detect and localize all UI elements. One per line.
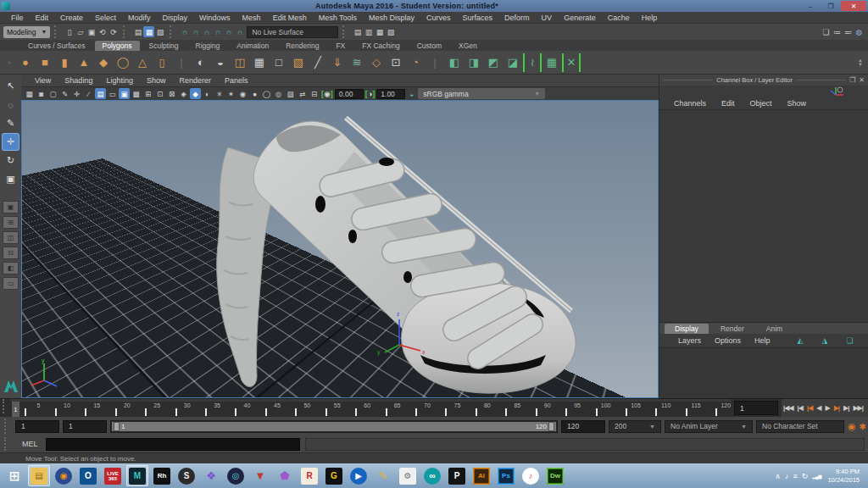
arduino-icon[interactable]: ∞ [421,465,443,486]
xray-icon[interactable]: ⇄ [297,88,308,99]
time-tick-17[interactable]: 90 [520,402,550,417]
menu-item-16[interactable]: Cache [602,14,636,22]
shelf-tab-1[interactable]: Polygons [95,41,140,51]
live-surface-field[interactable]: No Live Surface [247,26,338,38]
menu-item-14[interactable]: UV [536,14,559,22]
menu-item-12[interactable]: Surfaces [457,14,499,22]
time-slider-grip[interactable] [3,399,8,413]
shelf-separator-2[interactable]: | [426,53,444,72]
time-tick-7[interactable]: 40 [220,402,250,417]
time-tick-15[interactable]: 80 [460,402,490,417]
layout-two-pane-icon[interactable]: ⊟ [3,247,19,259]
panel-menu-0[interactable]: View [28,76,58,85]
field-chart-icon[interactable]: ⊞ [142,88,153,99]
uv-grid-icon[interactable]: ▦ [542,53,561,72]
smooth-icon[interactable]: ◧ [445,53,464,72]
purple-polyhedron-icon[interactable]: ⬟ [274,465,296,486]
bookmark-icon[interactable]: ▢ [47,88,58,99]
render-settings-icon[interactable]: ▧ [385,26,396,37]
status-grip[interactable] [54,25,59,38]
shelf-tab-6[interactable]: FX [328,41,353,51]
camera-attrs-icon[interactable]: ◙ [36,88,47,99]
status-grip-4[interactable] [342,25,348,38]
multisample-icon[interactable]: ◯ [261,88,272,99]
target-weld-icon[interactable]: ⇓ [328,53,347,72]
poly-cube-icon[interactable]: ■ [36,53,54,72]
uv-unfold-icon[interactable]: ≀ [523,53,542,72]
snap-curve-icon[interactable]: ∩ [190,26,201,37]
poly-cone-icon[interactable]: ▲ [75,53,93,72]
view-transform-dropdown[interactable]: sRGB gamma ▼ [418,88,545,99]
attribute-editor-icon[interactable]: ≔ [832,26,843,37]
open-scene-icon[interactable]: ▱ [75,26,86,37]
combine-icon[interactable]: ◫ [231,53,249,72]
maximize-button[interactable]: ❐ [821,1,841,11]
illustrator-icon[interactable]: Ai [470,465,492,486]
step-back-key-button[interactable]: |◀ [805,404,814,412]
range-start-handle[interactable] [114,422,120,431]
time-tick-23[interactable]: 120 [701,402,731,417]
status-grip-2[interactable] [123,25,128,38]
shelf-scroll-buttons[interactable]: ▲▼ [858,58,865,67]
menu-item-3[interactable]: Select [89,14,122,22]
menu-item-17[interactable]: Help [636,14,664,22]
time-tick-14[interactable]: 75 [431,402,460,417]
joints-xray-icon[interactable]: ⊟ [309,88,320,99]
new-layer-selected-icon[interactable]: ❖ [865,336,868,345]
dreamweaver-icon[interactable]: Dw [544,465,566,486]
time-slider-ticks[interactable]: 1 51015202530354045505560657075808590951… [10,399,731,417]
camera-select-icon[interactable]: ▦ [24,88,35,99]
snap-view-icon[interactable]: ∩ [223,26,234,37]
step-back-frame-button[interactable]: |◀ [796,404,804,412]
exposure-icon[interactable]: ◉ [320,90,334,98]
status-grip-3[interactable] [170,25,175,38]
extrude-icon[interactable]: ▧ [289,53,308,72]
puzzle-app-icon[interactable]: ⚙ [397,465,419,486]
layer-tab-2[interactable]: Anim [756,324,793,334]
shelf-tab-5[interactable]: Rendering [278,41,326,51]
time-tick-22[interactable]: 115 [670,402,700,417]
rotate-tool-icon[interactable]: ↻ [3,152,19,169]
shelf-separator[interactable]: | [172,53,191,72]
poly-cylinder-icon[interactable]: ▮ [55,53,74,72]
layer-menu-2[interactable]: Help [748,336,777,345]
spread-icon[interactable]: ≋ [348,53,366,72]
firefox-icon[interactable]: ◉ [53,465,75,486]
close-panel-icon[interactable]: ✕ [859,76,865,84]
snap-point-icon[interactable]: ∩ [201,26,212,37]
layer-tab-1[interactable]: Render [710,324,754,334]
menu-item-15[interactable]: Generate [558,14,602,22]
play-backwards-button[interactable]: ◀ [815,404,822,412]
snap-grid-icon[interactable]: ∩ [179,26,190,37]
range-slider[interactable]: 1 120 [110,420,558,433]
select-object-icon[interactable]: ▦ [143,26,154,37]
safe-title-icon[interactable]: ⊠ [166,88,177,99]
taskbar-clock[interactable]: 9:40 PM 10/24/2015 [824,468,865,485]
current-time-field[interactable]: 1 [734,401,778,415]
go-to-start-button[interactable]: |◀◀ [782,404,795,412]
screenspace-ao-icon[interactable]: ◉ [237,88,248,99]
menu-item-9[interactable]: Mesh Tools [313,14,363,22]
time-tick-9[interactable]: 50 [281,402,310,417]
uv-cube-icon[interactable]: ◪ [504,53,522,72]
layout-persp-outliner-icon[interactable]: ◫ [3,231,19,244]
time-tick-12[interactable]: 65 [370,402,400,417]
itunes-icon[interactable]: ♪ [520,465,542,486]
range-bar[interactable]: 1 120 [112,422,556,431]
shelf-tab-3[interactable]: Rigging [188,41,228,51]
rhino-icon[interactable]: Rh [151,465,173,486]
time-tick-6[interactable]: 35 [191,402,220,417]
panel-menu-1[interactable]: Shading [58,76,99,85]
film-gate-icon[interactable]: ▭ [107,88,118,99]
undo-icon[interactable]: ⟲ [97,26,108,37]
layout-four-view-icon[interactable]: ⊞ [3,216,19,229]
character-set-dropdown[interactable]: No Character Set [756,420,844,433]
redo-icon[interactable]: ⟳ [108,26,119,37]
image-plane-icon[interactable]: ✎ [59,88,70,99]
network-nodes-icon[interactable]: ❖ [200,465,222,486]
time-tick-18[interactable]: 95 [551,402,581,417]
make-live-icon[interactable]: ∩ [234,26,245,37]
layout-persp-graph-icon[interactable]: ◧ [3,262,19,274]
construction-history-icon[interactable]: ▤ [352,26,363,37]
layer-menu-0[interactable]: Layers [671,336,708,345]
